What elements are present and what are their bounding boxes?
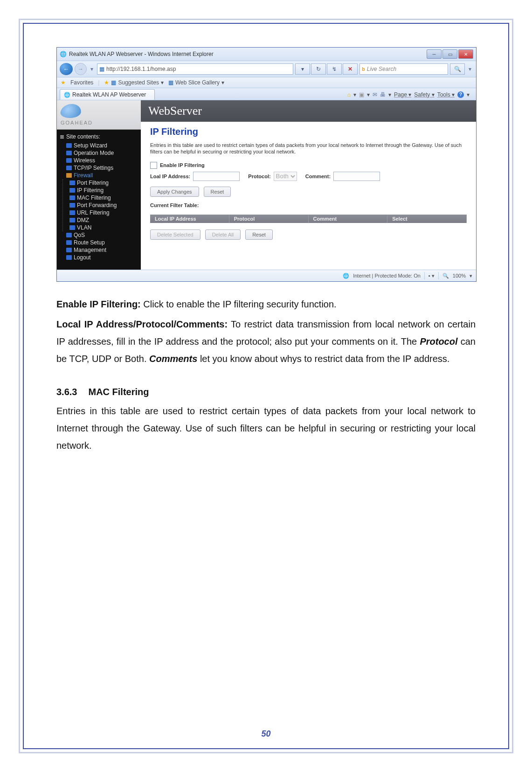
tab-bar: 🌐 Realtek WLAN AP Webserver ⌂▾ ▣▾ ✉ 🖶▾ P… — [57, 88, 476, 100]
nav-setup-wizard[interactable]: Setup Wizard — [66, 142, 138, 149]
window-title: Realtek WLAN AP Webserver - Windows Inte… — [69, 51, 426, 57]
nav-qos[interactable]: QoS — [66, 231, 138, 239]
page-menu[interactable]: Page ▾ — [394, 91, 411, 98]
command-bar: ⌂▾ ▣▾ ✉ 🖶▾ Page ▾ Safety ▾ Tools ▾ ?▾ — [347, 91, 473, 98]
window-minimize-button[interactable]: ─ — [427, 49, 442, 59]
delete-all-button[interactable]: Delete All — [205, 230, 241, 240]
reset-table-button[interactable]: Reset — [245, 230, 273, 240]
nav-mac-filtering[interactable]: MAC Filtering — [69, 194, 138, 202]
chevron-down-icon[interactable]: ▾ — [367, 91, 370, 98]
zoom-level[interactable]: 100% — [453, 273, 466, 278]
browser-tab[interactable]: 🌐 Realtek WLAN AP Webserver — [60, 89, 155, 100]
search-button[interactable]: 🔍 — [450, 63, 465, 75]
col-protocol: Protocol — [229, 215, 309, 223]
favorites-bar: ★ Favorites | ★ ▦ Suggested Sites ▾ ▦ We… — [57, 77, 476, 88]
stop-button[interactable]: ✕ — [343, 63, 358, 75]
comment-label: Comment: — [305, 174, 331, 179]
col-comment: Comment — [309, 215, 388, 223]
brand-logo: GOAHEAD — [57, 100, 141, 130]
page-number: 50 — [24, 729, 508, 739]
refresh-button[interactable]: ↻ — [311, 63, 326, 75]
nav-firewall[interactable]: Firewall — [66, 172, 138, 179]
page-description: Entries in this table are used to restri… — [150, 142, 467, 155]
zone-label: Internet | Protected Mode: On — [353, 273, 421, 278]
nav-management[interactable]: Management — [66, 246, 138, 254]
filter-table-title: Current Filter Table: — [150, 202, 467, 208]
page-icon: ▦ — [99, 66, 104, 72]
local-ip-input[interactable] — [193, 172, 240, 181]
nav-operation-mode[interactable]: Operation Mode — [66, 149, 138, 157]
zone-icon: 🌐 — [343, 273, 349, 279]
tree-title: ≣ Site contents: — [60, 133, 138, 140]
url-dropdown-button[interactable]: ▾ — [295, 63, 310, 75]
safety-menu[interactable]: Safety ▾ — [414, 91, 434, 98]
webserver-header: WebServer — [141, 100, 476, 122]
zoom-icon[interactable]: 🔍 — [442, 273, 449, 279]
ie-icon: 🌐 — [64, 92, 70, 98]
web-slice-link[interactable]: ▦ Web Slice Gallery ▾ — [168, 79, 224, 86]
reset-button[interactable]: Reset — [204, 187, 231, 197]
nav-forward-button[interactable]: → — [75, 63, 87, 75]
nav-history-dropdown[interactable]: ▾ — [89, 66, 95, 72]
main-panel: WebServer IP Filtering Entries in this t… — [141, 100, 476, 270]
star-icon: ★ — [104, 79, 109, 86]
protocol-select[interactable]: Both — [274, 172, 297, 181]
page-icon: ▦ — [168, 79, 173, 86]
col-local-ip: Local IP Address — [150, 215, 229, 223]
compat-view-button[interactable]: ↯ — [327, 63, 342, 75]
zoom-dropdown[interactable]: ▾ — [470, 273, 472, 279]
nav-port-forwarding[interactable]: Port Forwarding — [69, 202, 138, 209]
url-text: http://192.168.1.1/home.asp — [106, 66, 176, 72]
mail-icon[interactable]: ✉ — [373, 91, 377, 98]
doc-body: Enable IP Filtering: Click to enable the… — [56, 296, 476, 454]
window-close-button[interactable]: ✕ — [458, 49, 473, 59]
swoosh-icon — [60, 104, 82, 118]
help-icon[interactable]: ? — [457, 91, 464, 98]
tools-menu[interactable]: Tools ▾ — [437, 91, 455, 98]
enable-row: Enable IP Filtering — [150, 162, 467, 169]
local-ip-label: Loal IP Address: — [150, 174, 190, 179]
tab-title: Realtek WLAN AP Webserver — [72, 91, 146, 98]
rss-icon[interactable]: ▣ — [359, 91, 364, 98]
nav-url-filtering[interactable]: URL Filtering — [69, 209, 138, 216]
home-icon[interactable]: ⌂ — [347, 91, 351, 98]
search-field[interactable]: b Live Search — [359, 63, 448, 75]
nav-port-filtering[interactable]: Port Filtering — [69, 179, 138, 187]
page-title: IP Filtering — [150, 126, 467, 137]
nav-ip-filtering[interactable]: IP Filtering — [69, 187, 138, 194]
nav-tcpip[interactable]: TCP/IP Settings — [66, 164, 138, 172]
chevron-down-icon[interactable]: ▾ — [388, 91, 391, 98]
protected-mode-dropdown[interactable]: ▪ ▾ — [428, 273, 435, 279]
window-maximize-button[interactable]: ▭ — [442, 49, 457, 59]
suggested-sites-link[interactable]: ★ ▦ Suggested Sites ▾ — [104, 79, 163, 86]
nav-route-setup[interactable]: Route Setup — [66, 239, 138, 246]
page-icon: ▦ — [111, 79, 116, 86]
search-placeholder: Live Search — [367, 66, 396, 72]
col-select: Select — [387, 215, 467, 223]
delete-selected-button[interactable]: Delete Selected — [150, 230, 200, 240]
nav-wireless[interactable]: Wireless — [66, 157, 138, 164]
apply-button[interactable]: Apply Changes — [150, 187, 199, 197]
nav-logout[interactable]: Logout — [66, 254, 138, 261]
bing-icon: b — [362, 66, 365, 72]
nav-dmz[interactable]: DMZ — [69, 216, 138, 224]
chevron-down-icon[interactable]: ▾ — [353, 91, 356, 98]
ie-icon: 🌐 — [60, 51, 66, 57]
nav-back-button[interactable]: ← — [60, 63, 73, 75]
favorites-star-icon[interactable]: ★ — [61, 79, 66, 86]
protocol-label: Protocol: — [248, 174, 270, 179]
section-body: Entries in this table are used to restri… — [56, 403, 476, 454]
brand-text: GOAHEAD — [61, 120, 137, 125]
nav-vlan[interactable]: VLAN — [69, 224, 138, 231]
address-bar: ← → ▾ ▦ http://192.168.1.1/home.asp ▾ ↻ … — [57, 61, 476, 77]
chevron-down-icon[interactable]: ▾ — [467, 91, 470, 98]
favorites-label[interactable]: Favorites — [70, 79, 93, 86]
print-icon[interactable]: 🖶 — [380, 91, 386, 98]
para-local-ip: Local IP Address/Protocol/Comments: To r… — [56, 316, 476, 368]
comment-input[interactable] — [333, 172, 380, 181]
enable-checkbox[interactable] — [150, 162, 157, 169]
search-dropdown[interactable]: ▾ — [467, 66, 473, 72]
nav-tree: ≣ Site contents: Setup Wizard Operation … — [57, 130, 141, 265]
url-field[interactable]: ▦ http://192.168.1.1/home.asp — [97, 63, 293, 75]
sidebar: GOAHEAD ≣ Site contents: Setup Wizard Op… — [57, 100, 141, 270]
